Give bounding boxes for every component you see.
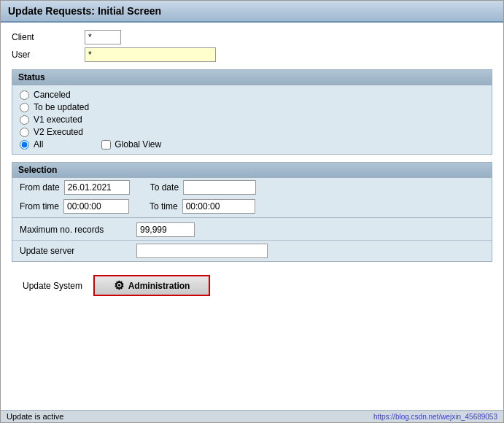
- time-row: From time To time: [12, 197, 492, 216]
- from-time-input[interactable]: [63, 199, 129, 214]
- radio-v2-executed-label[interactable]: V2 Executed: [34, 127, 83, 137]
- radio-to-be-updated-label[interactable]: To be updated: [34, 102, 89, 112]
- max-records-input[interactable]: [136, 222, 195, 237]
- divider: [12, 217, 492, 218]
- update-system-row: Update System ⚙ Administration: [12, 269, 492, 302]
- radio-all-input[interactable]: [20, 140, 29, 150]
- radio-v1-executed-input[interactable]: [20, 115, 29, 125]
- client-input[interactable]: [85, 30, 121, 44]
- radio-canceled-input[interactable]: [20, 90, 29, 100]
- status-section: Status Canceled To be updated V1 execute…: [12, 69, 492, 155]
- from-time-label: From time: [20, 201, 59, 212]
- status-message: Update is active: [7, 412, 63, 421]
- from-date-input[interactable]: [64, 180, 130, 195]
- from-date-col: From date: [20, 180, 130, 195]
- status-bar: Update is active https://blog.csdn.net/w…: [1, 410, 503, 422]
- from-time-col: From time: [20, 199, 129, 214]
- user-label: User: [12, 50, 85, 60]
- user-input[interactable]: [85, 47, 216, 62]
- to-time-input[interactable]: [182, 199, 255, 214]
- to-date-col: To date: [150, 180, 256, 195]
- administration-button[interactable]: ⚙ Administration: [93, 275, 210, 296]
- from-date-label: From date: [20, 182, 60, 193]
- update-server-row: Update server: [12, 240, 492, 261]
- radio-v1-executed: V1 executed: [20, 115, 484, 125]
- gear-icon: ⚙: [114, 279, 124, 292]
- global-view-checkbox[interactable]: [101, 140, 111, 150]
- status-header: Status: [12, 70, 492, 85]
- update-server-input[interactable]: [136, 244, 268, 258]
- to-time-label: To time: [150, 201, 178, 212]
- update-system-label: Update System: [23, 281, 82, 291]
- max-records-row: Maximum no. records: [12, 220, 492, 240]
- radio-all-label[interactable]: All: [34, 139, 43, 150]
- max-records-label: Maximum no. records: [20, 225, 136, 235]
- client-label: Client: [12, 32, 85, 42]
- user-row: User: [12, 47, 492, 62]
- radio-all: All: [20, 139, 43, 150]
- radio-all-row: All Global View: [20, 139, 484, 150]
- to-date-input[interactable]: [183, 180, 256, 195]
- client-row: Client: [12, 30, 492, 44]
- radio-to-be-updated: To be updated: [20, 102, 484, 112]
- global-view-label[interactable]: Global View: [115, 139, 161, 150]
- date-row: From date To date: [12, 178, 492, 197]
- radio-v1-executed-label[interactable]: V1 executed: [34, 115, 82, 125]
- to-date-label: To date: [150, 182, 179, 193]
- to-time-col: To time: [150, 199, 255, 214]
- page-title: Update Requests: Initial Screen: [8, 5, 496, 17]
- global-view-group: Global View: [101, 139, 161, 150]
- radio-canceled: Canceled: [20, 90, 484, 100]
- watermark: https://blog.csdn.net/wejxin_45689053: [373, 413, 497, 421]
- selection-section: Selection From date To date From time: [12, 162, 492, 262]
- radio-canceled-label[interactable]: Canceled: [34, 90, 71, 100]
- administration-button-label: Administration: [128, 281, 190, 291]
- update-server-label: Update server: [20, 246, 136, 256]
- radio-v2-executed-input[interactable]: [20, 128, 29, 137]
- title-bar: Update Requests: Initial Screen: [1, 1, 503, 23]
- radio-to-be-updated-input[interactable]: [20, 103, 29, 112]
- selection-header: Selection: [12, 163, 492, 178]
- radio-v2-executed: V2 Executed: [20, 127, 484, 137]
